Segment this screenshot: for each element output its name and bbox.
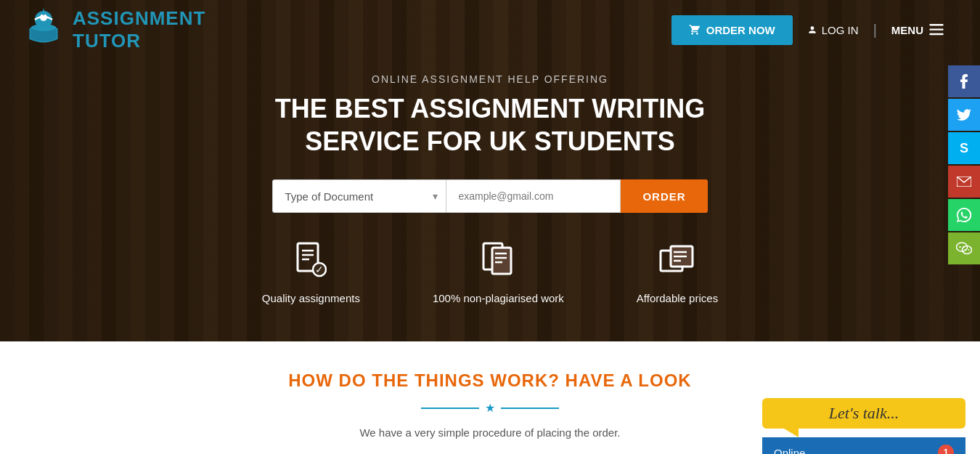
- email-input[interactable]: [446, 179, 621, 213]
- feature-plagiarism-label: 100% non-plagiarised work: [433, 292, 564, 304]
- svg-marker-4: [42, 8, 45, 14]
- document-icon: ✓: [295, 242, 327, 285]
- twitter-button[interactable]: [948, 99, 980, 131]
- chat-online-bar[interactable]: Online 1: [762, 437, 965, 454]
- menu-button[interactable]: MENU: [877, 15, 958, 45]
- whatsapp-button[interactable]: [948, 199, 980, 231]
- email-icon: [957, 177, 971, 187]
- social-sidebar: S: [948, 65, 980, 266]
- svg-point-30: [968, 249, 970, 251]
- chat-bubble-text: Let's talk...: [829, 404, 899, 422]
- facebook-icon: [960, 74, 968, 89]
- svg-rect-6: [929, 28, 943, 30]
- logo-text: ASSIGNMENT TUTOR: [73, 7, 205, 52]
- login-button[interactable]: LOG IN: [793, 15, 873, 45]
- no-plagiarism-icon: [482, 242, 514, 285]
- twitter-icon: [957, 109, 971, 121]
- hero-section: ASSIGNMENT TUTOR ORDER NOW LOG IN | MENU: [0, 0, 980, 341]
- wechat-icon: [956, 242, 972, 255]
- skype-button[interactable]: S: [948, 132, 980, 164]
- doc-type-select[interactable]: Type of Document Essay Assignment Disser…: [272, 179, 446, 213]
- feature-affordable: Affordable prices: [637, 242, 718, 304]
- wechat-button[interactable]: [948, 232, 980, 264]
- svg-point-26: [959, 246, 960, 248]
- svg-rect-15: [492, 248, 511, 274]
- svg-text:✓: ✓: [315, 264, 324, 275]
- svg-rect-5: [929, 24, 943, 25]
- chat-widget[interactable]: Let's talk... Online 1: [762, 398, 965, 454]
- logo-line1: ASSIGNMENT: [73, 7, 205, 30]
- bottom-section: HOW DO THE THINGS WORK? HAVE A LOOK ★ We…: [0, 341, 980, 454]
- email-button[interactable]: [948, 166, 980, 198]
- site-header: ASSIGNMENT TUTOR ORDER NOW LOG IN | MENU: [0, 0, 980, 60]
- chat-badge: 1: [938, 445, 954, 454]
- hero-form: Type of Document Essay Assignment Disser…: [272, 179, 707, 213]
- feature-quality-label: Quality assignments: [262, 292, 360, 304]
- feature-affordable-label: Affordable prices: [637, 292, 718, 304]
- logo[interactable]: ASSIGNMENT TUTOR: [22, 7, 205, 52]
- cart-icon: [689, 24, 701, 36]
- divider-star: ★: [485, 401, 495, 415]
- hamburger-icon: [929, 24, 944, 36]
- hero-title: THE BEST ASSIGNMENT WRITING SERVICE FOR …: [236, 92, 744, 158]
- whatsapp-icon: [957, 208, 971, 222]
- facebook-button[interactable]: [948, 65, 980, 97]
- feature-quality: ✓ Quality assignments: [262, 242, 360, 304]
- logo-line2: TUTOR: [73, 30, 205, 52]
- hero-subtitle: ONLINE ASSIGNMENT HELP OFFERING: [372, 73, 608, 85]
- svg-rect-7: [929, 33, 943, 35]
- doc-type-wrapper[interactable]: Type of Document Essay Assignment Disser…: [272, 179, 446, 213]
- feature-plagiarism: 100% non-plagiarised work: [433, 242, 564, 304]
- chat-online-label: Online: [774, 447, 805, 455]
- chat-bubble: Let's talk...: [762, 398, 965, 429]
- order-now-button[interactable]: ORDER NOW: [671, 15, 793, 45]
- logo-icon: [22, 8, 65, 52]
- how-it-works-title: HOW DO THE THINGS WORK? HAVE A LOOK: [44, 370, 936, 391]
- divider-right: [501, 408, 559, 409]
- svg-point-29: [965, 249, 966, 251]
- header-nav: ORDER NOW LOG IN | MENU: [671, 15, 958, 45]
- order-button[interactable]: ORDER: [621, 179, 707, 213]
- hero-features: ✓ Quality assignments 100% non-plagiaris…: [262, 242, 718, 304]
- skype-icon: S: [960, 141, 968, 156]
- divider-left: [421, 408, 479, 409]
- affordable-icon: [659, 242, 695, 285]
- user-icon: [807, 25, 817, 35]
